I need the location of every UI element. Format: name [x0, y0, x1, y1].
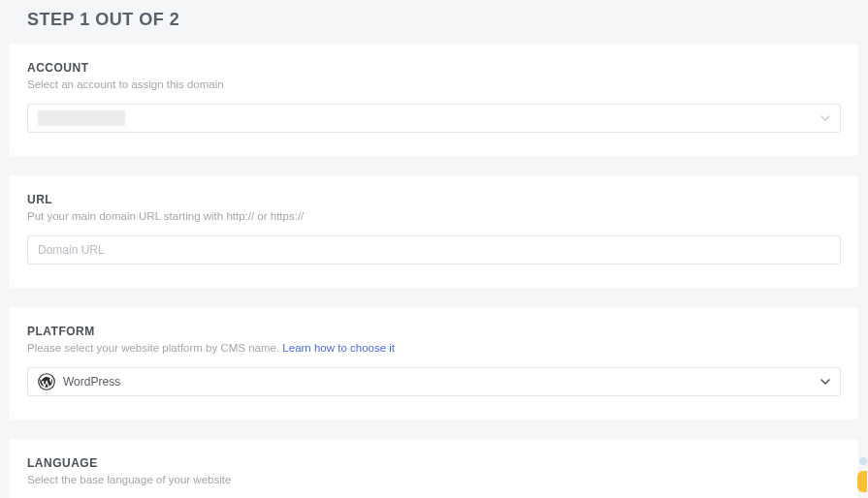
account-helper: Select an account to assign this domain: [27, 78, 841, 90]
platform-panel: PLATFORM Please select your website plat…: [10, 307, 858, 420]
url-label: URL: [27, 193, 841, 206]
platform-helper: Please select your website platform by C…: [27, 342, 841, 354]
widget-dot-icon: [859, 457, 867, 465]
platform-select[interactable]: WordPress: [27, 367, 841, 396]
account-label: ACCOUNT: [27, 61, 841, 75]
account-select[interactable]: [27, 104, 841, 133]
platform-selected-value: WordPress: [63, 375, 120, 389]
url-helper: Put your main domain URL starting with h…: [27, 210, 841, 222]
account-selected-value: [38, 110, 125, 126]
platform-helper-text: Please select your website platform by C…: [27, 342, 282, 354]
language-label: LANGUAGE: [27, 456, 841, 470]
help-widget[interactable]: [857, 457, 867, 492]
language-panel: LANGUAGE Select the base language of you…: [10, 439, 858, 498]
language-helper: Select the base language of your website: [27, 474, 841, 485]
learn-link[interactable]: Learn how to choose it: [282, 342, 395, 354]
chevron-down-icon: [820, 377, 830, 387]
account-panel: ACCOUNT Select an account to assign this…: [10, 44, 858, 156]
wordpress-icon: [38, 373, 55, 390]
widget-bubble-icon: [857, 471, 867, 492]
url-input[interactable]: [27, 235, 841, 265]
chevron-down-icon: [820, 113, 830, 123]
url-panel: URL Put your main domain URL starting wi…: [10, 175, 858, 288]
platform-label: PLATFORM: [27, 325, 841, 338]
page-title: STEP 1 OUT OF 2: [0, 0, 868, 44]
